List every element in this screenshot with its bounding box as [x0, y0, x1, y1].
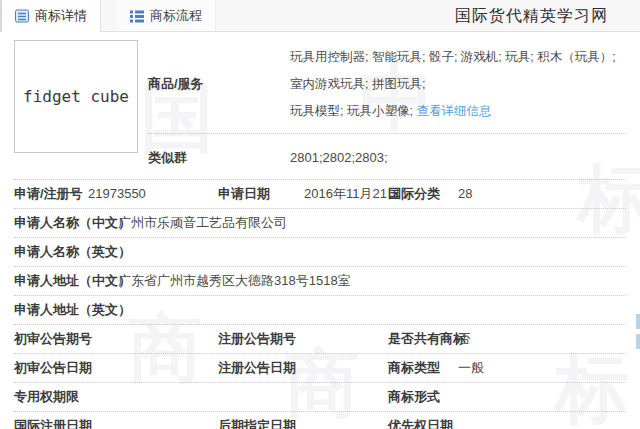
goods-row: 商品/服务 玩具用控制器; 智能玩具; 骰子; 游戏机; 玩具; 积木（玩具）;… — [148, 38, 626, 134]
reg-notice-date-label: 注册公告日期 — [218, 359, 388, 377]
site-watermark-text: 国际货代精英学习网 — [455, 6, 608, 27]
detail-rows: 申请/注册号 21973550 申请日期 2016年11月21日 国际分类 28… — [14, 179, 626, 429]
tab-trademark-details[interactable]: 商标详情 — [0, 0, 101, 32]
application-number-label: 申请/注册号 — [14, 185, 88, 203]
applicant-name-en-label: 申请人名称（英文） — [14, 243, 118, 261]
goods-table: 商品/服务 玩具用控制器; 智能玩具; 骰子; 游戏机; 玩具; 积木（玩具）;… — [148, 38, 626, 179]
trademark-image: fidget cube — [14, 40, 138, 153]
intl-class-label: 国际分类 — [388, 185, 458, 203]
process-list-icon — [130, 9, 144, 23]
tab-label: 商标详情 — [35, 7, 87, 25]
priority-date-label: 优先权日期 — [388, 417, 458, 429]
application-date-label: 申请日期 — [218, 185, 304, 203]
tab-label: 商标流程 — [150, 7, 202, 25]
table-row: 国际注册日期 后期指定日期 优先权日期 — [14, 412, 626, 429]
table-row: 申请/注册号 21973550 申请日期 2016年11月21日 国际分类 28 — [14, 180, 626, 209]
goods-label: 商品/服务 — [148, 75, 290, 93]
reg-notice-no-label: 注册公告期号 — [218, 330, 388, 348]
applicant-address-en-label: 申请人地址（英文） — [14, 301, 118, 319]
goods-value: 玩具用控制器; 智能玩具; 骰子; 游戏机; 玩具; 积木（玩具）; 室内游戏玩… — [290, 44, 626, 125]
table-row: 初审公告日期 注册公告日期 商标类型 一般 — [14, 354, 626, 383]
applicant-address-cn-value: 广东省广州市越秀区大德路318号1518室 — [118, 272, 626, 290]
trademark-detail-panel: fidget cube 商品/服务 玩具用控制器; 智能玩具; 骰子; 游戏机;… — [0, 32, 640, 429]
goods-line-2: 玩具模型; 玩具小塑像; 查看详细信息 — [290, 98, 626, 125]
trademark-summary-section: fidget cube 商品/服务 玩具用控制器; 智能玩具; 骰子; 游戏机;… — [14, 32, 626, 179]
tab-trademark-process[interactable]: 商标流程 — [117, 0, 216, 31]
later-designation-date-label: 后期指定日期 — [218, 417, 388, 429]
detail-list-icon — [15, 9, 29, 23]
similar-group-label: 类似群 — [148, 149, 290, 167]
table-row: 申请人名称（英文） — [14, 238, 626, 267]
edge-scroll-button[interactable] — [636, 334, 640, 349]
intl-class-value: 28 — [458, 186, 626, 201]
table-row: 申请人地址（中文） 广东省广州市越秀区大德路318号1518室 — [14, 267, 626, 296]
applicant-address-cn-label: 申请人地址（中文） — [14, 272, 118, 290]
similar-group-value: 2801;2802;2803; — [290, 150, 388, 165]
table-row: 申请人地址（英文） — [14, 296, 626, 325]
edge-scroll-button[interactable] — [636, 314, 640, 329]
goods-line-1: 玩具用控制器; 智能玩具; 骰子; 游戏机; 玩具; 积木（玩具）; 室内游戏玩… — [290, 44, 626, 98]
first-trial-notice-no-label: 初审公告期号 — [14, 330, 218, 348]
table-row: 专用权期限 商标形式 — [14, 383, 626, 412]
first-trial-notice-date-label: 初审公告日期 — [14, 359, 218, 377]
exclusive-right-period-label: 专用权期限 — [14, 388, 218, 406]
table-row: 初审公告期号 注册公告期号 是否共有商标 否 — [14, 325, 626, 354]
trademark-type-value: 一般 — [458, 359, 626, 377]
trademark-type-label: 商标类型 — [388, 359, 458, 377]
applicant-name-cn-value: 广州市乐顽音工艺品有限公司 — [118, 214, 626, 232]
table-row: 申请人名称（中文） 广州市乐顽音工艺品有限公司 — [14, 209, 626, 238]
application-number-value: 21973550 — [88, 186, 218, 201]
shared-trademark-label: 是否共有商标 — [388, 330, 458, 348]
trademark-form-label: 商标形式 — [388, 388, 458, 406]
shared-trademark-value: 否 — [458, 330, 626, 348]
view-detail-link[interactable]: 查看详细信息 — [416, 104, 491, 118]
applicant-name-cn-label: 申请人名称（中文） — [14, 214, 118, 232]
application-date-value: 2016年11月21日 — [304, 185, 388, 203]
similar-group-row: 类似群 2801;2802;2803; — [148, 134, 626, 179]
intl-reg-date-label: 国际注册日期 — [14, 417, 218, 429]
